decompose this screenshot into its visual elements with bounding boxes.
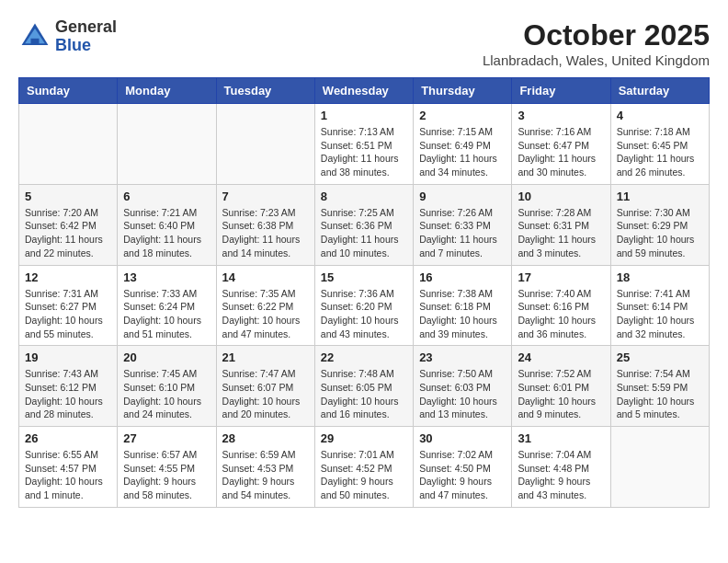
calendar-cell: 8Sunrise: 7:25 AMSunset: 6:36 PMDaylight… [314, 184, 413, 265]
cell-text: Sunrise: 7:04 AMSunset: 4:48 PMDaylight:… [518, 449, 591, 500]
cell-text: Sunrise: 6:57 AMSunset: 4:55 PMDaylight:… [123, 449, 197, 500]
calendar-cell: 10Sunrise: 7:28 AMSunset: 6:31 PMDayligh… [512, 184, 610, 265]
cell-text: Sunrise: 7:31 AMSunset: 6:27 PMDaylight:… [25, 288, 103, 339]
calendar-cell: 22Sunrise: 7:48 AMSunset: 6:05 PMDayligh… [314, 346, 413, 427]
day-number: 31 [518, 431, 604, 445]
day-number: 25 [617, 350, 703, 364]
calendar-cell: 7Sunrise: 7:23 AMSunset: 6:38 PMDaylight… [216, 184, 314, 265]
day-number: 23 [419, 350, 506, 364]
logo-text: General Blue [55, 18, 117, 55]
cell-text: Sunrise: 7:48 AMSunset: 6:05 PMDaylight:… [321, 368, 399, 419]
weekday-header-row: SundayMondayTuesdayWednesdayThursdayFrid… [19, 78, 710, 104]
cell-text: Sunrise: 7:54 AMSunset: 5:59 PMDaylight:… [617, 368, 695, 419]
weekday-header-monday: Monday [118, 78, 216, 104]
cell-text: Sunrise: 7:23 AMSunset: 6:38 PMDaylight:… [222, 207, 301, 259]
day-number: 10 [518, 190, 604, 203]
day-number: 8 [321, 190, 407, 203]
day-number: 29 [321, 431, 407, 445]
weekday-header-friday: Friday [512, 78, 610, 104]
day-number: 26 [25, 431, 111, 445]
cell-text: Sunrise: 7:21 AMSunset: 6:40 PMDaylight:… [123, 207, 201, 259]
calendar-cell: 11Sunrise: 7:30 AMSunset: 6:29 PMDayligh… [610, 184, 709, 265]
cell-text: Sunrise: 7:26 AMSunset: 6:33 PMDaylight:… [419, 207, 497, 259]
cell-text: Sunrise: 7:13 AMSunset: 6:51 PMDaylight:… [321, 126, 399, 178]
cell-text: Sunrise: 7:47 AMSunset: 6:07 PMDaylight:… [222, 368, 301, 419]
day-number: 11 [617, 190, 703, 203]
weekday-header-thursday: Thursday [414, 78, 512, 104]
title-block: October 2025 Llanbradach, Wales, United … [483, 18, 710, 68]
month-title: October 2025 [483, 18, 710, 52]
logo: General Blue [18, 18, 117, 55]
calendar-body: 1Sunrise: 7:13 AMSunset: 6:51 PMDaylight… [19, 104, 710, 508]
location: Llanbradach, Wales, United Kingdom [483, 52, 710, 68]
calendar-cell: 5Sunrise: 7:20 AMSunset: 6:42 PMDaylight… [19, 184, 118, 265]
calendar-cell: 24Sunrise: 7:52 AMSunset: 6:01 PMDayligh… [512, 346, 610, 427]
calendar-cell [118, 104, 216, 185]
calendar-cell: 29Sunrise: 7:01 AMSunset: 4:52 PMDayligh… [314, 427, 413, 508]
calendar-header: SundayMondayTuesdayWednesdayThursdayFrid… [19, 78, 710, 104]
calendar-cell [19, 104, 118, 185]
cell-text: Sunrise: 7:35 AMSunset: 6:22 PMDaylight:… [222, 288, 301, 339]
calendar-cell: 15Sunrise: 7:36 AMSunset: 6:20 PMDayligh… [314, 265, 413, 346]
cell-text: Sunrise: 7:30 AMSunset: 6:29 PMDaylight:… [617, 207, 695, 259]
day-number: 3 [518, 109, 604, 122]
logo-icon [18, 20, 51, 53]
day-number: 1 [321, 109, 407, 122]
calendar-cell: 4Sunrise: 7:18 AMSunset: 6:45 PMDaylight… [610, 104, 709, 185]
day-number: 27 [123, 431, 210, 445]
logo-general: General [55, 17, 117, 36]
day-number: 17 [518, 270, 604, 284]
cell-text: Sunrise: 7:15 AMSunset: 6:49 PMDaylight:… [419, 126, 497, 178]
day-number: 5 [25, 190, 111, 203]
cell-text: Sunrise: 7:25 AMSunset: 6:36 PMDaylight:… [321, 207, 399, 259]
day-number: 4 [617, 109, 703, 122]
calendar-cell: 13Sunrise: 7:33 AMSunset: 6:24 PMDayligh… [118, 265, 216, 346]
cell-text: Sunrise: 7:28 AMSunset: 6:31 PMDaylight:… [518, 207, 596, 259]
day-number: 7 [222, 190, 309, 203]
calendar-cell [610, 427, 709, 508]
day-number: 18 [617, 270, 703, 284]
cell-text: Sunrise: 7:01 AMSunset: 4:52 PMDaylight:… [321, 449, 394, 500]
weekday-header-sunday: Sunday [19, 78, 118, 104]
cell-text: Sunrise: 7:45 AMSunset: 6:10 PMDaylight:… [123, 368, 201, 419]
cell-text: Sunrise: 7:38 AMSunset: 6:18 PMDaylight:… [419, 288, 497, 339]
calendar-cell: 19Sunrise: 7:43 AMSunset: 6:12 PMDayligh… [19, 346, 118, 427]
day-number: 20 [123, 350, 210, 364]
day-number: 12 [25, 270, 111, 284]
calendar-week-2: 5Sunrise: 7:20 AMSunset: 6:42 PMDaylight… [19, 184, 710, 265]
day-number: 19 [25, 350, 111, 364]
calendar-cell: 27Sunrise: 6:57 AMSunset: 4:55 PMDayligh… [118, 427, 216, 508]
weekday-header-wednesday: Wednesday [314, 78, 413, 104]
calendar-cell: 21Sunrise: 7:47 AMSunset: 6:07 PMDayligh… [216, 346, 314, 427]
day-number: 2 [419, 109, 506, 122]
day-number: 9 [419, 190, 506, 203]
page-header: General Blue October 2025 Llanbradach, W… [18, 18, 710, 68]
cell-text: Sunrise: 7:02 AMSunset: 4:50 PMDaylight:… [419, 449, 493, 500]
cell-text: Sunrise: 7:16 AMSunset: 6:47 PMDaylight:… [518, 126, 596, 178]
cell-text: Sunrise: 7:36 AMSunset: 6:20 PMDaylight:… [321, 288, 399, 339]
day-number: 30 [419, 431, 506, 445]
calendar-week-4: 19Sunrise: 7:43 AMSunset: 6:12 PMDayligh… [19, 346, 710, 427]
calendar-cell: 1Sunrise: 7:13 AMSunset: 6:51 PMDaylight… [314, 104, 413, 185]
calendar-cell: 16Sunrise: 7:38 AMSunset: 6:18 PMDayligh… [414, 265, 512, 346]
calendar-cell: 18Sunrise: 7:41 AMSunset: 6:14 PMDayligh… [610, 265, 709, 346]
calendar-cell [216, 104, 314, 185]
calendar-cell: 30Sunrise: 7:02 AMSunset: 4:50 PMDayligh… [414, 427, 512, 508]
calendar-week-1: 1Sunrise: 7:13 AMSunset: 6:51 PMDaylight… [19, 104, 710, 185]
calendar-cell: 3Sunrise: 7:16 AMSunset: 6:47 PMDaylight… [512, 104, 610, 185]
day-number: 16 [419, 270, 506, 284]
calendar-cell: 17Sunrise: 7:40 AMSunset: 6:16 PMDayligh… [512, 265, 610, 346]
calendar-cell: 25Sunrise: 7:54 AMSunset: 5:59 PMDayligh… [610, 346, 709, 427]
weekday-header-saturday: Saturday [610, 78, 709, 104]
weekday-header-tuesday: Tuesday [216, 78, 314, 104]
day-number: 24 [518, 350, 604, 364]
cell-text: Sunrise: 6:59 AMSunset: 4:53 PMDaylight:… [222, 449, 296, 500]
cell-text: Sunrise: 7:40 AMSunset: 6:16 PMDaylight:… [518, 288, 596, 339]
calendar-week-3: 12Sunrise: 7:31 AMSunset: 6:27 PMDayligh… [19, 265, 710, 346]
day-number: 14 [222, 270, 309, 284]
cell-text: Sunrise: 7:52 AMSunset: 6:01 PMDaylight:… [518, 368, 596, 419]
day-number: 21 [222, 350, 309, 364]
calendar-cell: 12Sunrise: 7:31 AMSunset: 6:27 PMDayligh… [19, 265, 118, 346]
cell-text: Sunrise: 7:18 AMSunset: 6:45 PMDaylight:… [617, 126, 695, 178]
calendar-cell: 6Sunrise: 7:21 AMSunset: 6:40 PMDaylight… [118, 184, 216, 265]
